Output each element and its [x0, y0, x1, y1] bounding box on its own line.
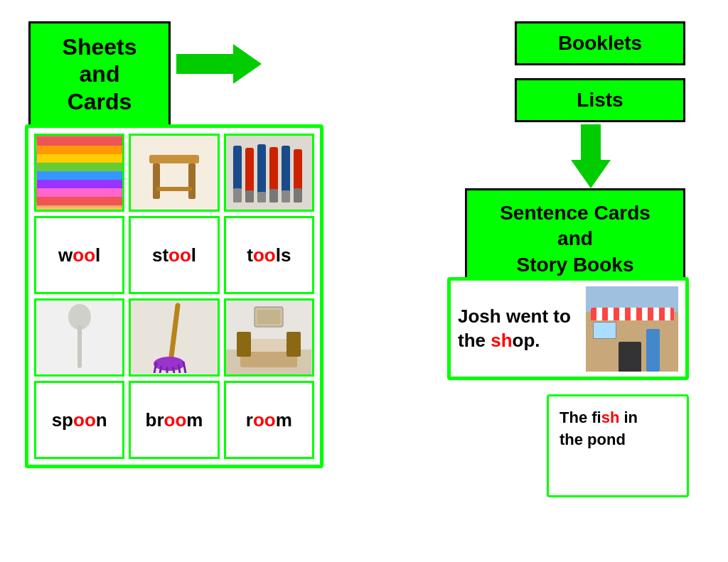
- shop-awning: [591, 308, 674, 320]
- tools-image-cell: [224, 134, 314, 212]
- svg-rect-0: [37, 137, 122, 146]
- room-oo: oo: [253, 409, 276, 431]
- broom-oo: oo: [164, 409, 187, 431]
- svg-rect-3: [37, 163, 122, 171]
- sh-highlight: sh: [491, 330, 512, 351]
- stool-svg: [142, 141, 206, 205]
- stool-image-cell: [129, 134, 219, 212]
- arrow-down-body: [581, 124, 601, 160]
- word-row-2: spoon broom room: [32, 379, 316, 461]
- word-cell-room: room: [224, 381, 314, 459]
- stool-oo: oo: [168, 244, 191, 266]
- arrow-down-head: [571, 160, 611, 188]
- sheets-cards-label: Sheets andCards: [63, 34, 137, 114]
- svg-rect-5: [37, 180, 122, 188]
- svg-rect-10: [188, 163, 196, 199]
- spoon-image-cell: [34, 298, 124, 377]
- down-arrow: [571, 124, 611, 188]
- image-row-2: [32, 296, 316, 379]
- tools-oo: oo: [253, 244, 276, 266]
- svg-line-30: [160, 366, 161, 373]
- lists-box: Lists: [515, 78, 685, 122]
- right-arrow: [176, 44, 262, 84]
- lists-label: Lists: [577, 89, 623, 111]
- word-tools: tools: [247, 244, 291, 266]
- broom-svg: [139, 302, 210, 373]
- word-row-1: wool stool tools: [32, 214, 316, 296]
- sentence-cards-label: Sentence Cards andStory Books: [500, 202, 651, 276]
- fish-sh-highlight: sh: [601, 409, 620, 426]
- svg-rect-11: [156, 187, 192, 191]
- person-silhouette: [646, 329, 660, 372]
- booklets-box: Booklets: [515, 21, 685, 65]
- tools-svg: [230, 142, 308, 206]
- svg-rect-40: [287, 332, 301, 357]
- spoon-oo: oo: [73, 409, 96, 431]
- arrow-body: [176, 54, 233, 74]
- arrow-head: [233, 44, 262, 84]
- svg-rect-21: [282, 190, 290, 202]
- bedroom-svg: [226, 300, 311, 374]
- svg-rect-9: [153, 163, 160, 199]
- word-cell-wool: wool: [34, 216, 124, 294]
- svg-rect-4: [37, 171, 122, 180]
- word-cell-spoon: spoon: [34, 381, 124, 459]
- wool-svg: [37, 137, 122, 208]
- shop-building: [586, 286, 678, 372]
- image-row-1: [32, 131, 316, 214]
- svg-rect-17: [257, 192, 266, 202]
- fish-sentence: The fish inthe pond: [560, 407, 638, 451]
- story-sentence: Josh went to the shop.: [458, 305, 579, 353]
- svg-rect-15: [245, 190, 254, 202]
- main-container: Sheets andCards Booklets Lists Sentence …: [0, 0, 728, 562]
- shop-door: [619, 342, 642, 372]
- word-stool: stool: [152, 244, 196, 266]
- word-cell-broom: broom: [129, 381, 219, 459]
- svg-rect-8: [149, 155, 199, 163]
- shop-image: [586, 286, 678, 372]
- sheets-cards-box: Sheets andCards: [28, 21, 171, 127]
- wool-image-cell: [34, 134, 124, 212]
- svg-rect-2: [37, 154, 122, 163]
- word-room: room: [246, 409, 292, 431]
- sentence-cards-box: Sentence Cards andStory Books: [465, 188, 685, 290]
- word-cell-tools: tools: [224, 216, 314, 294]
- svg-line-33: [178, 364, 180, 373]
- wool-oo: oo: [73, 244, 95, 266]
- svg-rect-42: [257, 310, 280, 324]
- broom-image-cell: [129, 298, 219, 377]
- svg-rect-7: [37, 197, 122, 205]
- word-spoon: spoon: [52, 409, 107, 431]
- shop-window: [593, 322, 616, 339]
- bedroom-image-cell: [224, 298, 314, 377]
- svg-rect-1: [37, 146, 122, 154]
- fish-card: The fish inthe pond: [547, 394, 689, 497]
- word-grid: wool stool tools: [25, 124, 323, 468]
- svg-rect-25: [77, 325, 82, 368]
- story-card: Josh went to the shop.: [447, 277, 689, 380]
- svg-rect-6: [37, 188, 122, 197]
- svg-rect-39: [237, 332, 251, 357]
- word-broom: broom: [146, 409, 203, 431]
- word-cell-stool: stool: [129, 216, 219, 294]
- spoon-svg: [65, 304, 94, 372]
- svg-rect-23: [294, 188, 302, 202]
- word-wool: wool: [58, 244, 100, 266]
- booklets-label: Booklets: [558, 32, 642, 54]
- svg-rect-13: [233, 188, 242, 202]
- svg-line-32: [173, 367, 174, 373]
- svg-rect-19: [269, 189, 278, 202]
